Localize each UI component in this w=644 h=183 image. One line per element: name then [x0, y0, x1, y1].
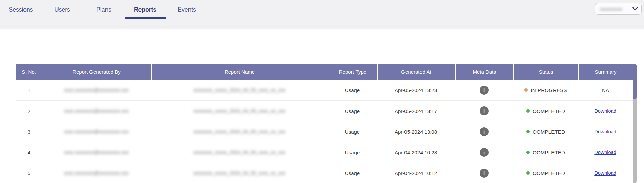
generated-by-redacted: xxxx.xxxxxxxx@xxxxxxxxx.xxx [64, 170, 129, 176]
table-header-row: S. No.Report Generated ByReport NameRepo… [16, 64, 633, 80]
summary-na: NA [602, 87, 609, 93]
serial-number: 2 [28, 108, 30, 114]
tab-reports[interactable]: Reports [125, 3, 166, 19]
table-row: 4xxxx.xxxxxxxx@xxxxxxxxx.xxxxxxxxxxx_xxx… [16, 142, 633, 163]
report-type: Usage [345, 87, 360, 93]
status-badge: IN PROGRESS [524, 87, 567, 93]
download-link[interactable]: Download [594, 108, 616, 114]
status-dot-icon [526, 171, 530, 175]
column-header-summary: Summary [578, 64, 633, 80]
status-badge: COMPLETED [526, 129, 565, 135]
report-name-redacted: xxxxxxxx_xxxxx_2024_04_05_xxxx_xx_xxx [193, 170, 285, 176]
report-name-redacted: xxxxxxxx_xxxxx_2024_04_05_xxxx_xx_xxx [193, 108, 285, 114]
generated-by-redacted: xxxx.xxxxxxxx@xxxxxxxxx.xxx [64, 108, 129, 114]
status-label: COMPLETED [533, 108, 565, 114]
status-dot-icon [526, 109, 530, 113]
account-dropdown[interactable]: xxxxxxxxxx [595, 3, 642, 15]
tab-events-label: Events [178, 6, 196, 13]
generated-at: Apr-05-2024 13:23 [395, 87, 437, 93]
status-dot-icon [524, 88, 528, 92]
generated-at: Apr-04-2024 10:12 [395, 170, 437, 176]
report-type: Usage [345, 129, 360, 135]
tab-sessions[interactable]: Sessions [0, 3, 42, 19]
info-icon[interactable]: i [480, 106, 489, 115]
serial-number: 1 [28, 87, 30, 93]
generated-at: Apr-04-2024 10:28 [395, 150, 437, 155]
report-name-redacted: xxxxxxxx_xxxxx_2024_04_05_xxxx_xx_xxx [193, 150, 285, 155]
info-icon[interactable]: i [480, 86, 489, 95]
column-header-s-no-: S. No. [16, 64, 42, 80]
download-link[interactable]: Download [594, 170, 616, 176]
account-dropdown-value: xxxxxxxxxx [600, 6, 622, 12]
status-badge: COMPLETED [526, 108, 565, 114]
tab-users-label: Users [54, 6, 70, 13]
tab-reports-label: Reports [134, 6, 156, 13]
generated-by-redacted: xxxx.xxxxxxxx@xxxxxxxxx.xxx [64, 87, 129, 93]
tab-plans[interactable]: Plans [83, 3, 125, 19]
column-header-generated-at: Generated At [377, 64, 455, 80]
top-tab-bar: Sessions Users Plans Reports Events xxxx… [0, 0, 644, 29]
status-label: COMPLETED [533, 150, 565, 155]
report-type: Usage [345, 108, 360, 114]
status-label: COMPLETED [533, 170, 565, 176]
reports-table: S. No.Report Generated ByReport NameRepo… [16, 64, 633, 183]
report-name-redacted: xxxxxxxx_xxxxx_2024_04_05_xxxx_xx_xxx [193, 87, 285, 93]
report-type: Usage [345, 170, 360, 176]
column-header-report-type: Report Type [328, 64, 377, 80]
tab-list: Sessions Users Plans Reports Events [0, 0, 644, 19]
status-badge: COMPLETED [526, 150, 565, 155]
generated-at: Apr-05-2024 13:08 [395, 129, 437, 135]
status-label: COMPLETED [533, 129, 565, 135]
column-header-report-generated-by: Report Generated By [42, 64, 151, 80]
table-row: 5xxxx.xxxxxxxx@xxxxxxxxx.xxxxxxxxxxx_xxx… [16, 163, 633, 183]
info-icon[interactable]: i [480, 169, 489, 178]
tab-users[interactable]: Users [42, 3, 83, 19]
scrollbar-thumb[interactable] [633, 64, 637, 99]
generated-by-redacted: xxxx.xxxxxxxx@xxxxxxxxx.xxx [64, 129, 129, 134]
serial-number: 4 [28, 150, 30, 155]
table-row: 2xxxx.xxxxxxxx@xxxxxxxxx.xxxxxxxxxxx_xxx… [16, 101, 633, 121]
info-icon[interactable]: i [480, 127, 489, 136]
tab-sessions-label: Sessions [9, 6, 33, 13]
status-dot-icon [526, 151, 530, 154]
active-tab-indicator [125, 17, 166, 19]
download-link[interactable]: Download [594, 129, 616, 134]
serial-number: 3 [28, 129, 30, 135]
column-header-meta-data: Meta Data [455, 64, 513, 80]
section-divider [16, 54, 631, 54]
tab-events[interactable]: Events [166, 3, 208, 19]
status-dot-icon [526, 130, 530, 133]
table-row: 1xxxx.xxxxxxxx@xxxxxxxxx.xxxxxxxxxxx_xxx… [16, 80, 633, 101]
column-header-status: Status [513, 64, 578, 80]
generated-at: Apr-05-2024 13:17 [395, 108, 437, 114]
column-header-report-name: Report Name [151, 64, 328, 80]
status-badge: COMPLETED [526, 170, 565, 176]
tab-plans-label: Plans [96, 6, 111, 13]
report-name-redacted: xxxxxxxx_xxxxx_2024_04_05_xxxx_xx_xxx [193, 129, 285, 134]
info-icon[interactable]: i [480, 148, 489, 157]
table-body: 1xxxx.xxxxxxxx@xxxxxxxxx.xxxxxxxxxxx_xxx… [16, 80, 633, 183]
report-type: Usage [345, 150, 360, 155]
generated-by-redacted: xxxx.xxxxxxxx@xxxxxxxxx.xxx [64, 150, 129, 155]
download-link[interactable]: Download [594, 150, 616, 155]
chevron-down-icon [632, 7, 638, 11]
table-row: 3xxxx.xxxxxxxx@xxxxxxxxx.xxxxxxxxxxx_xxx… [16, 121, 633, 142]
serial-number: 5 [28, 170, 30, 176]
status-label: IN PROGRESS [531, 87, 567, 93]
